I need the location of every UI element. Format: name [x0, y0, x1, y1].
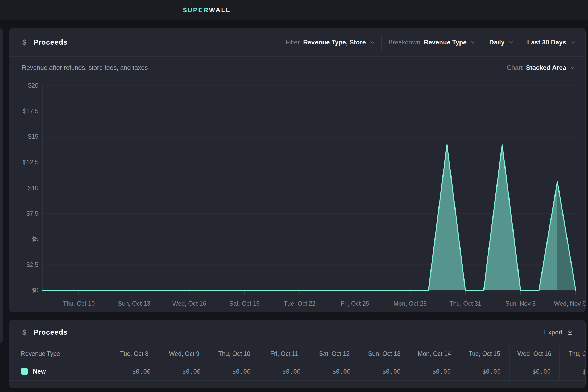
export-button[interactable]: Export: [544, 329, 574, 336]
adjacent-card-edge: [0, 28, 3, 344]
y-tick-label: $17.5: [11, 107, 38, 115]
chart-subtitle: Revenue after refunds, store fees, and t…: [22, 64, 148, 71]
column-header-text: Wed, Oct 16: [517, 350, 551, 357]
download-icon: [566, 329, 574, 336]
column-header-revenue-type: Revenue Type: [9, 345, 109, 362]
value-cell: $0.00: [259, 362, 309, 380]
x-tick-label: Sat, Oct 19: [229, 300, 260, 307]
breakdown-value: Revenue Type: [424, 39, 467, 46]
table-card-header: $ Proceeds Export: [9, 320, 585, 345]
table-row: New$0.00$0.00$0.00$0.00$0.00$0.00$0.00$0…: [9, 362, 585, 381]
value-text: $0.00: [582, 368, 586, 375]
chevron-down-icon: [571, 39, 575, 44]
x-tick-label: Thu, Oct 10: [63, 300, 95, 307]
date-range-dropdown[interactable]: Last 30 Days: [527, 39, 575, 46]
chart-card-title-wrap: $ Proceeds: [22, 38, 68, 47]
column-header-date: Mon, Oct 14: [409, 345, 459, 362]
x-tick-label: Sun, Oct 13: [118, 300, 150, 307]
logo-prefix: $UPER: [183, 6, 209, 14]
column-header-date: Sun, Oct 13: [359, 345, 409, 362]
y-tick-label: $12.5: [11, 158, 38, 166]
column-header-text: Thu, Oct 17: [568, 350, 586, 357]
value-text: $0.00: [132, 368, 151, 375]
y-tick-label: $15: [11, 133, 38, 140]
chevron-down-icon: [370, 39, 375, 44]
value-text: $0.00: [482, 368, 501, 375]
divider: [381, 35, 382, 50]
value-text: $0.00: [382, 368, 401, 375]
dollar-icon: $: [22, 328, 26, 337]
column-header-date: Thu, Oct 17: [559, 345, 586, 362]
column-header-text: Wed, Oct 9: [169, 350, 200, 357]
column-header-date: Thu, Oct 10: [209, 345, 259, 362]
column-header-date: Wed, Oct 9: [159, 345, 209, 362]
chart-card-title: Proceeds: [33, 38, 67, 47]
area-fill: [42, 145, 576, 290]
chevron-down-icon: [509, 39, 513, 44]
y-tick-label: $2.5: [11, 261, 38, 268]
proceeds-chart-card: $ Proceeds Filter Revenue Type, Store Br…: [9, 28, 586, 312]
value-text: $0.00: [282, 368, 301, 375]
column-header-date: Fri, Oct 11: [259, 345, 309, 362]
chevron-down-icon: [471, 39, 475, 44]
chart-canvas[interactable]: Thu, Oct 10Sun, Oct 13Wed, Oct 16Sat, Oc…: [42, 85, 586, 312]
column-header-text: Tue, Oct 15: [469, 350, 500, 357]
column-header-text: Thu, Oct 10: [218, 350, 250, 357]
table-card-title: Proceeds: [33, 328, 67, 337]
column-header-date: Sat, Oct 12: [309, 345, 359, 362]
chart-type-value: Stacked Area: [526, 64, 566, 71]
chart-card-header: $ Proceeds Filter Revenue Type, Store Br…: [9, 28, 585, 57]
filter-label: Filter: [285, 39, 300, 46]
value-text: $0.00: [332, 368, 351, 375]
table-body: New$0.00$0.00$0.00$0.00$0.00$0.00$0.00$0…: [9, 362, 585, 381]
superwall-logo[interactable]: $UPERWALL: [183, 0, 231, 20]
filter-dropdown[interactable]: Filter Revenue Type, Store: [285, 39, 374, 46]
column-header-date: Wed, Oct 16: [509, 345, 559, 362]
incomplete-period-shade: [557, 85, 576, 290]
row-label: New: [33, 368, 46, 375]
column-header-text: Fri, Oct 11: [270, 350, 299, 357]
column-header-text: Tue, Oct 8: [120, 350, 148, 357]
y-tick-label: $20: [11, 82, 38, 89]
interval-value: Daily: [489, 39, 504, 46]
chevron-down-icon: [571, 65, 575, 69]
divider: [0, 57, 3, 57]
x-tick-label: Wed, Nov 6: [554, 300, 586, 307]
interval-dropdown[interactable]: Daily: [489, 39, 513, 46]
value-cell: $0.00: [509, 362, 559, 380]
chart-type-label: Chart: [507, 64, 523, 71]
value-cell: $0.00: [159, 362, 209, 380]
x-tick-label: Wed, Oct 16: [172, 300, 206, 307]
top-bar: $UPERWALL: [0, 0, 588, 20]
proceeds-table-card: $ Proceeds Export Revenue TypeTue, Oct 8…: [9, 320, 586, 388]
y-tick-label: $7.5: [11, 210, 38, 217]
dollar-icon: $: [22, 38, 26, 47]
y-tick-label: $0: [11, 287, 38, 294]
x-tick-label: Sun, Nov 3: [506, 300, 536, 307]
breakdown-label: Breakdown: [388, 39, 420, 46]
value-text: $0.00: [232, 368, 251, 375]
export-label: Export: [544, 329, 562, 336]
column-header-text: Mon, Oct 14: [418, 350, 451, 357]
value-cell: $0.00: [309, 362, 359, 380]
chart-sub-header: Revenue after refunds, store fees, and t…: [9, 57, 585, 79]
chart-type-dropdown[interactable]: Chart Stacked Area: [507, 64, 575, 71]
x-tick-label: Thu, Oct 31: [449, 300, 481, 307]
logo-suffix: WALL: [209, 6, 231, 14]
filter-value: Revenue Type, Store: [303, 39, 366, 46]
breakdown-dropdown[interactable]: Breakdown Revenue Type: [388, 39, 475, 46]
value-cell: $0.00: [109, 362, 159, 380]
column-header-text: Sun, Oct 13: [368, 350, 400, 357]
value-cell: $0.00: [459, 362, 509, 380]
divider: [520, 35, 520, 50]
value-text: $0.00: [532, 368, 551, 375]
y-tick-label: $5: [11, 235, 38, 243]
column-header-date: Tue, Oct 15: [459, 345, 509, 362]
value-cell: $0.00: [409, 362, 459, 380]
row-label-cell: New: [9, 362, 109, 380]
page-root: $UPERWALL $ Proceeds Filter Revenue Type…: [0, 0, 588, 392]
column-header-date: Tue, Oct 8: [109, 345, 159, 362]
value-cell: $0.00: [209, 362, 259, 380]
table-header-row: Revenue TypeTue, Oct 8Wed, Oct 9Thu, Oct…: [9, 345, 585, 362]
x-tick-label: Mon, Oct 28: [394, 300, 427, 307]
